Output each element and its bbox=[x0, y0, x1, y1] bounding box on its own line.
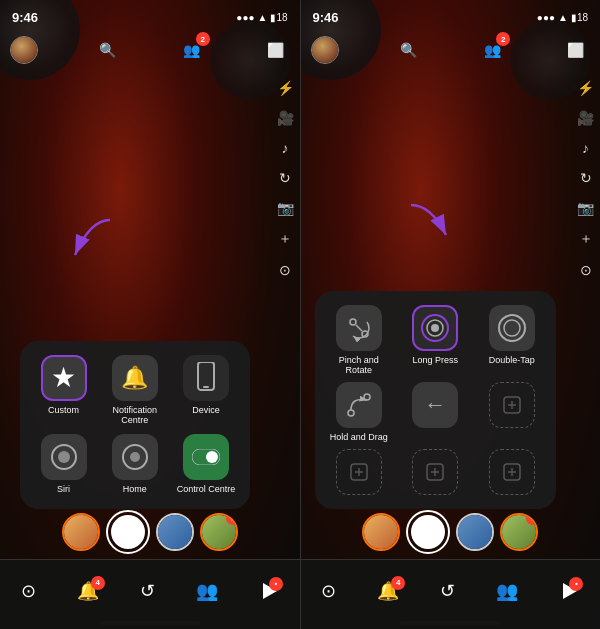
rp-add-2[interactable] bbox=[325, 449, 394, 495]
right-friends-badge: 2 bbox=[496, 32, 510, 46]
right-popup-menu: Pinch and Rotate Long Press bbox=[315, 291, 557, 509]
right-search-icon[interactable]: 🔍 bbox=[394, 36, 422, 64]
custom-icon: ★ bbox=[41, 355, 87, 401]
play-badge: • bbox=[269, 577, 283, 591]
popup-item-siri[interactable]: Siri bbox=[32, 434, 95, 495]
right-timer-icon[interactable]: ⊙ bbox=[580, 262, 592, 278]
right-flash-icon[interactable]: ⚡ bbox=[577, 80, 594, 96]
story-badge: 1 bbox=[226, 513, 238, 525]
story-1[interactable] bbox=[62, 513, 100, 551]
right-rotate-icon[interactable]: ↻ bbox=[580, 170, 592, 186]
battery-icon: ▮18 bbox=[270, 12, 287, 23]
long-press-icon bbox=[412, 305, 458, 351]
right-time: 9:46 bbox=[313, 10, 339, 25]
left-status-bar: 9:46 ●●● ▲ ▮18 bbox=[0, 0, 300, 28]
right-story-2[interactable] bbox=[456, 513, 494, 551]
snap-icon[interactable]: ⬜ bbox=[261, 36, 289, 64]
rp-long-press[interactable]: Long Press bbox=[401, 305, 470, 377]
right-camera-icon[interactable]: 📷 bbox=[577, 200, 594, 216]
rp-hold-drag[interactable]: Hold and Drag bbox=[325, 382, 394, 443]
right-bottom-camera-icon[interactable]: ⊙ bbox=[321, 580, 336, 602]
left-right-sidebar: ⚡ 🎥 ♪ ↻ 📷 ＋ ⊙ bbox=[277, 80, 294, 278]
right-signal-icon: ●●● bbox=[537, 12, 555, 23]
pinch-rotate-icon bbox=[336, 305, 382, 351]
video-icon[interactable]: 🎥 bbox=[277, 110, 294, 126]
right-bottom-notif-icon[interactable]: 🔔 4 bbox=[377, 580, 399, 602]
notification-icon: 🔔 bbox=[112, 355, 158, 401]
music-icon[interactable]: ♪ bbox=[282, 140, 289, 156]
rp-back[interactable]: ← bbox=[401, 382, 470, 443]
svg-point-17 bbox=[431, 324, 439, 332]
right-story-3[interactable]: 1 bbox=[500, 513, 538, 551]
right-snap-icon[interactable]: ⬜ bbox=[562, 36, 590, 64]
control-icon bbox=[183, 434, 229, 480]
right-plus-icon[interactable]: ＋ bbox=[579, 230, 593, 248]
hold-drag-icon bbox=[336, 382, 382, 428]
rp-add-4[interactable] bbox=[478, 449, 547, 495]
custom-label: Custom bbox=[48, 405, 79, 416]
story-2[interactable] bbox=[156, 513, 194, 551]
right-top-bar: 🔍 👥 2 ⬜ bbox=[301, 28, 601, 72]
popup-item-home[interactable]: Home bbox=[103, 434, 166, 495]
right-add-friends-icon[interactable]: 👥 2 bbox=[478, 36, 506, 64]
search-icon[interactable]: 🔍 bbox=[94, 36, 122, 64]
bottom-notifications-icon[interactable]: 🔔 4 bbox=[77, 580, 99, 602]
svg-line-13 bbox=[356, 325, 362, 331]
rotate-icon[interactable]: ↻ bbox=[279, 170, 291, 186]
right-battery-icon: ▮18 bbox=[571, 12, 588, 23]
left-arrow-annotation bbox=[50, 210, 130, 294]
svg-point-19 bbox=[504, 320, 520, 336]
left-avatar[interactable] bbox=[10, 36, 38, 64]
notification-label: Notification Centre bbox=[103, 405, 166, 427]
flash-icon[interactable]: ⚡ bbox=[277, 80, 294, 96]
bottom-camera-icon[interactable]: ⊙ bbox=[21, 580, 36, 602]
wifi-icon: ▲ bbox=[257, 12, 267, 23]
friends-badge: 2 bbox=[196, 32, 210, 46]
right-sidebar-icons: ⚡ 🎥 ♪ ↻ 📷 ＋ ⊙ bbox=[577, 80, 594, 278]
right-avatar[interactable] bbox=[311, 36, 339, 64]
right-story-badge: 1 bbox=[526, 513, 538, 525]
popup-item-control[interactable]: Control Centre bbox=[174, 434, 237, 495]
rp-pinch-rotate[interactable]: Pinch and Rotate bbox=[325, 305, 394, 377]
right-status-bar: 9:46 ●●● ▲ ▮18 bbox=[301, 0, 601, 28]
long-press-label: Long Press bbox=[412, 355, 458, 366]
plus-icon[interactable]: ＋ bbox=[278, 230, 292, 248]
double-tap-label: Double-Tap bbox=[489, 355, 535, 366]
right-video-icon[interactable]: 🎥 bbox=[577, 110, 594, 126]
popup-item-custom[interactable]: ★ Custom bbox=[32, 355, 95, 427]
right-bottom-bar: ⊙ 🔔 4 ↺ 👥 • bbox=[301, 559, 601, 629]
svg-point-6 bbox=[130, 452, 140, 462]
device-label: Device bbox=[192, 405, 220, 416]
rp-add-1[interactable] bbox=[478, 382, 547, 443]
right-bottom-friends-icon[interactable]: 👥 bbox=[496, 580, 518, 602]
home-icon bbox=[112, 434, 158, 480]
right-wifi-icon: ▲ bbox=[558, 12, 568, 23]
bottom-friends-icon[interactable]: 👥 bbox=[196, 580, 218, 602]
svg-point-4 bbox=[58, 451, 70, 463]
left-time: 9:46 bbox=[12, 10, 38, 25]
right-shutter-button[interactable] bbox=[406, 510, 450, 554]
add-1-icon bbox=[489, 382, 535, 428]
shutter-button[interactable] bbox=[106, 510, 150, 554]
bottom-refresh-icon[interactable]: ↺ bbox=[140, 580, 155, 602]
left-top-bar: 🔍 👥 2 ⬜ bbox=[0, 28, 300, 72]
right-music-icon[interactable]: ♪ bbox=[582, 140, 589, 156]
svg-point-8 bbox=[206, 451, 218, 463]
add-2-icon bbox=[336, 449, 382, 495]
svg-point-18 bbox=[499, 315, 525, 341]
rp-double-tap[interactable]: Double-Tap bbox=[478, 305, 547, 377]
left-bottom-bar: ⊙ 🔔 4 ↺ 👥 • bbox=[0, 559, 300, 629]
add-friends-icon[interactable]: 👥 2 bbox=[178, 36, 206, 64]
popup-item-notification[interactable]: 🔔 Notification Centre bbox=[103, 355, 166, 427]
right-bottom-refresh-icon[interactable]: ↺ bbox=[440, 580, 455, 602]
story-3[interactable]: 1 bbox=[200, 513, 238, 551]
timer-icon[interactable]: ⊙ bbox=[279, 262, 291, 278]
bottom-play-icon[interactable]: • bbox=[259, 581, 279, 601]
right-story-1[interactable] bbox=[362, 513, 400, 551]
notif-badge: 4 bbox=[91, 576, 105, 590]
right-story-row: 1 bbox=[301, 510, 601, 554]
camera-switch-icon[interactable]: 📷 bbox=[277, 200, 294, 216]
popup-item-device[interactable]: Device bbox=[174, 355, 237, 427]
right-bottom-play-icon[interactable]: • bbox=[559, 581, 579, 601]
rp-add-3[interactable] bbox=[401, 449, 470, 495]
